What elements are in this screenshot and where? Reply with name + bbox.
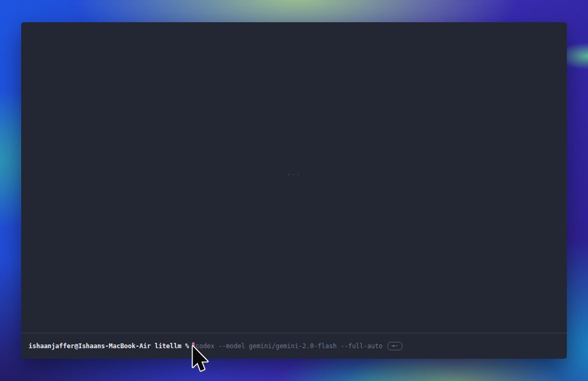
terminal-output-area: ...: [21, 22, 567, 333]
shell-prompt: ishaanjaffer@Ishaans-MacBook-Air litellm…: [29, 342, 189, 350]
tab-key-hint-badge: →·: [388, 342, 402, 350]
command-suggestion: codex --model gemini/gemini-2.0-flash --…: [195, 342, 382, 350]
command-line[interactable]: ishaanjaffer@Ishaans-MacBook-Air litellm…: [21, 333, 567, 359]
text-caret: [192, 342, 195, 350]
desktop-wallpaper: ... ishaanjaffer@Ishaans-MacBook-Air lit…: [0, 0, 588, 381]
loading-ellipsis: ...: [21, 169, 567, 177]
terminal-window[interactable]: ... ishaanjaffer@Ishaans-MacBook-Air lit…: [21, 22, 567, 359]
